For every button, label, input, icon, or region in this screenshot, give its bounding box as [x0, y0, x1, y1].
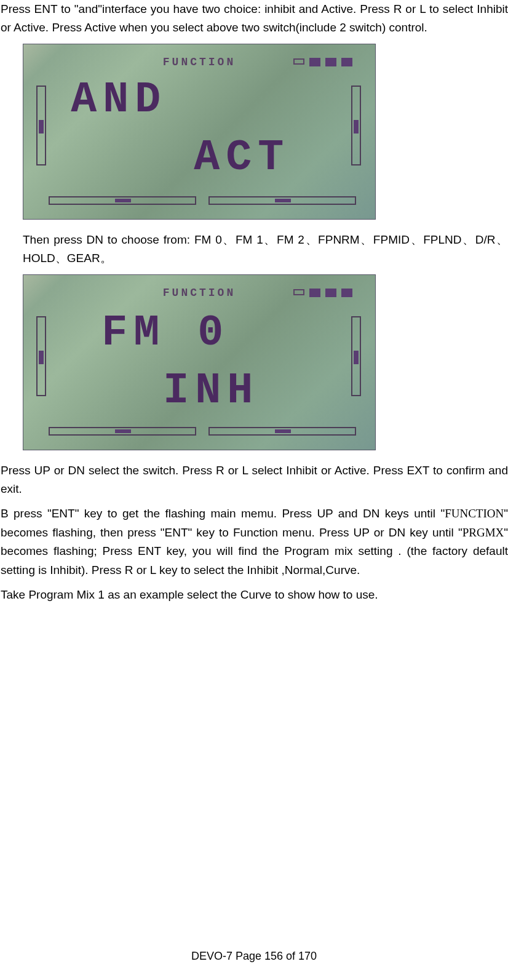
- lcd-screenshot-1: FUNCTION AND ACT: [23, 44, 376, 220]
- lcd2-right-horiz-bar: [208, 427, 356, 436]
- lcd2-right-vert-bar: [351, 316, 361, 396]
- paragraph-2: Then press DN to choose from: FM 0、FM 1、…: [23, 231, 508, 268]
- lcd2-left-horiz-bar: [49, 427, 196, 436]
- lcd2-line-bottom: INH: [163, 367, 259, 415]
- para4-function-menu-1: FUNCTION: [445, 507, 504, 520]
- paragraph-5: Take Program Mix 1 as an example select …: [1, 586, 508, 604]
- lcd1-left-horiz-bar: [49, 196, 196, 205]
- lcd1-line-top: AND: [71, 76, 167, 124]
- page-footer: DEVO-7 Page 156 of 170: [0, 950, 508, 963]
- lcd2-title: FUNCTION: [163, 287, 236, 299]
- lcd2-line-top: FM 0: [101, 309, 229, 357]
- para4-function-menu-2: PRGMX: [462, 526, 504, 539]
- lcd1-title: FUNCTION: [163, 56, 236, 68]
- lcd1-right-vert-bar: [351, 86, 361, 165]
- lcd-screenshot-2: FUNCTION FM 0 INH: [23, 274, 376, 450]
- lcd2-indicator-bars: [293, 289, 352, 297]
- paragraph-1: Press ENT to "and"interface you have two…: [1, 0, 508, 38]
- lcd1-left-vert-bar: [36, 86, 46, 165]
- lcd1-right-horiz-bar: [208, 196, 356, 205]
- lcd1-line-bottom: ACT: [194, 133, 290, 182]
- para4-part-a: B press "ENT" key to get the flashing ma…: [1, 507, 445, 520]
- lcd1-indicator-bars: [293, 58, 352, 66]
- lcd2-left-vert-bar: [36, 316, 46, 396]
- paragraph-4: B press "ENT" key to get the flashing ma…: [1, 504, 508, 580]
- paragraph-3: Press UP or DN select the switch. Press …: [1, 461, 508, 499]
